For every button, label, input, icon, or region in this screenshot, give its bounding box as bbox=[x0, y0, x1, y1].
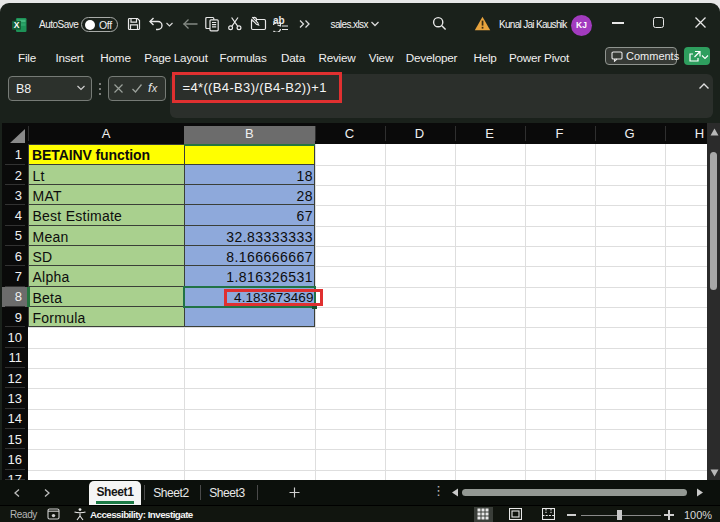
svg-text:X: X bbox=[14, 19, 20, 29]
